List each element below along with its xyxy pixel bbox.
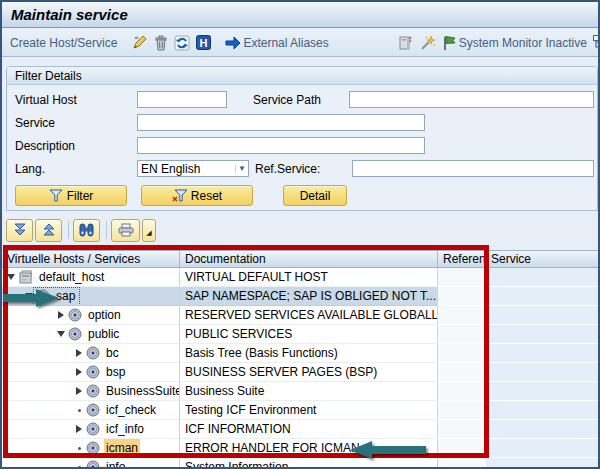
column-header-hosts-services[interactable]: Virtuelle Hosts / Services [2,251,180,267]
sap-maintain-service-window: Maintain service Create Host/Service [0,0,600,469]
filter-details-group: Filter Details Virtual Host Service Path… [6,66,598,211]
documentation-cell: ERROR HANDLER FOR ICMAN [180,439,438,458]
table-body: default_host VIRTUAL DEFAULT HOST sap SA… [2,268,598,469]
node-label: public [86,325,121,343]
service-input[interactable] [137,114,425,131]
wizard-button[interactable] [416,35,439,51]
service-cell [486,268,598,287]
tree-expander[interactable] [56,306,66,325]
service-data-button[interactable] [394,35,416,51]
table-row[interactable]: option RESERVED SERVICES AVAILABLE GLOBA… [2,306,598,325]
table-row[interactable]: default_host VIRTUAL DEFAULT HOST [2,268,598,287]
detail-button-label: Detail [300,189,331,203]
language-label: Lang. [15,162,45,176]
service-cell [486,325,598,344]
table-row[interactable]: bsp BUSINESS SERVER PAGES (BSP) [2,363,598,382]
tree-expander[interactable] [74,401,84,420]
tree-cell[interactable]: default_host [2,268,180,287]
table-row[interactable]: icf_info ICF INFORMATION [2,420,598,439]
collapse-all-button[interactable] [35,219,62,242]
service-icon [86,384,100,398]
svg-text:H: H [200,37,208,49]
service-cell [486,420,598,439]
tree-cell[interactable]: icf_check [2,401,180,420]
table-row[interactable]: info System Information [2,458,598,469]
tree-expander[interactable] [74,363,84,382]
table-row[interactable]: icf_check Testing ICF Environment [2,401,598,420]
tree-cell[interactable]: BusinessSuite [2,382,180,401]
table-row[interactable]: BusinessSuite Business Suite [2,382,598,401]
refresh-button[interactable] [171,35,193,51]
service-cell [486,344,598,363]
tree-expander[interactable] [74,420,84,439]
service-label: Service [15,116,55,130]
tree-cell[interactable]: sap [2,287,180,306]
service-icon [86,403,100,417]
ref-service-input[interactable] [352,160,594,177]
service-icon [36,289,50,303]
service-icon [86,460,100,469]
description-label: Description [15,139,75,153]
tree-cell[interactable]: option [2,306,180,325]
system-monitor-button[interactable]: System Monitor Inactive [439,35,590,51]
service-icon [68,327,82,341]
tree-cell[interactable]: info [2,458,180,469]
tree-cell[interactable]: icf_info [2,420,180,439]
service-cell [486,401,598,420]
tree-expander[interactable] [74,458,84,469]
column-header-documentation[interactable]: Documentation [180,251,438,267]
column-header-service[interactable]: Service [486,251,598,267]
delete-button[interactable] [151,35,171,51]
table-row[interactable]: icman ERROR HANDLER FOR ICMAN [2,439,598,458]
virtual-host-input[interactable] [137,91,227,108]
find-button[interactable] [73,219,100,242]
filter-button[interactable]: Filter [15,185,127,206]
reference-cell [438,325,486,344]
tree-cell[interactable]: bsp [2,363,180,382]
documentation-cell: PUBLIC SERVICES [180,325,438,344]
documentation-cell: ICF INFORMATION [180,420,438,439]
node-label: icf_info [104,420,146,438]
edit-button[interactable] [128,35,151,51]
tree-cell[interactable]: bc [2,344,180,363]
service-cell [486,439,598,458]
tree-expander[interactable] [6,268,16,287]
reference-cell [438,306,486,325]
magic-wand-icon [419,35,436,51]
tree-expander[interactable] [74,382,84,401]
chevron-down-icon: ◢ [146,229,151,237]
tree-expander[interactable] [74,344,84,363]
service-path-input[interactable] [349,91,594,108]
tree-cell[interactable]: public [2,325,180,344]
language-dropdown[interactable]: EN English ▼ [137,160,249,177]
tree-expander[interactable] [56,325,66,344]
description-input[interactable] [137,137,425,154]
print-options-button[interactable]: ◢ [142,219,156,242]
documentation-cell: Basis Tree (Basis Functions) [180,344,438,363]
table-row[interactable]: sap SAP NAMESPACE; SAP IS OBLIGED NOT T.… [2,287,598,306]
reference-cell [438,268,486,287]
tree-expander[interactable] [74,439,84,458]
tree-toolbar: ◢ [6,216,158,244]
hierarchy-button[interactable] [590,35,600,50]
create-host-service-button[interactable]: Create Host/Service [7,36,120,50]
legend-button[interactable]: H [193,35,214,50]
detail-button[interactable]: Detail [283,185,347,206]
service-cell [486,363,598,382]
reference-cell [438,344,486,363]
blue-right-arrow-icon [225,36,241,50]
table-row[interactable]: bc Basis Tree (Basis Functions) [2,344,598,363]
table-row[interactable]: public PUBLIC SERVICES [2,325,598,344]
tree-expander[interactable] [24,287,34,306]
column-header-reference[interactable]: Referen: [438,251,486,267]
reference-cell [438,401,486,420]
print-button[interactable] [111,219,140,242]
reset-button[interactable]: Reset [141,185,253,206]
external-aliases-button[interactable]: External Aliases [222,36,331,50]
trash-icon [154,35,168,51]
tree-cell[interactable]: icman [2,439,180,458]
external-aliases-label: External Aliases [243,36,328,50]
host-icon [18,270,33,285]
double-chevron-up-icon [42,223,56,237]
expand-all-button[interactable] [6,219,33,242]
